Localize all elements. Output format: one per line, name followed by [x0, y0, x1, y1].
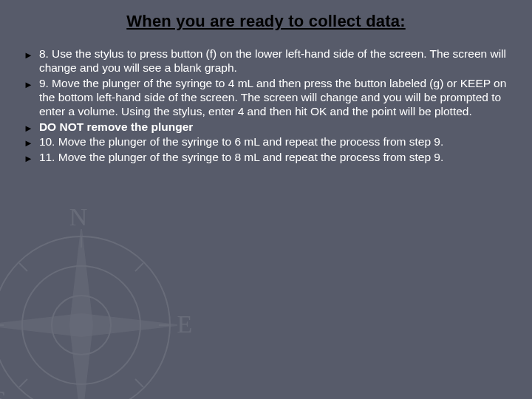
list-item: ► 8. Use the stylus to press button (f) … [24, 47, 511, 75]
bullet-text: 9. Move the plunger of the syringe to 4 … [39, 77, 511, 119]
bullet-text: 10. Move the plunger of the syringe to 6… [39, 135, 511, 149]
list-item: ► DO NOT remove the plunger [24, 120, 511, 134]
bullet-text: 8. Use the stylus to press button (f) on… [39, 47, 511, 75]
list-item: ► 10. Move the plunger of the syringe to… [24, 135, 511, 149]
bullet-text: 11. Move the plunger of the syringe to 8… [39, 151, 511, 165]
svg-marker-4 [0, 314, 177, 336]
list-item: ► 11. Move the plunger of the syringe to… [24, 151, 511, 165]
svg-text:N: N [69, 203, 88, 231]
svg-line-11 [19, 379, 27, 387]
svg-line-10 [135, 379, 143, 387]
svg-text:S: S [0, 386, 7, 399]
bullet-marker-icon: ► [24, 50, 33, 61]
svg-point-2 [52, 296, 111, 355]
bullet-text: DO NOT remove the plunger [39, 120, 511, 134]
svg-point-0 [0, 236, 170, 399]
bullet-marker-icon: ► [24, 79, 33, 91]
svg-line-12 [135, 263, 143, 271]
bullet-list: ► 8. Use the stylus to press button (f) … [21, 47, 511, 165]
bullet-marker-icon: ► [24, 153, 33, 165]
bullet-marker-icon: ► [24, 137, 33, 149]
bullet-marker-icon: ► [24, 123, 33, 134]
svg-line-9 [19, 263, 27, 271]
svg-point-1 [22, 266, 140, 384]
svg-marker-3 [70, 229, 92, 399]
slide-title: When you are ready to collect data: [21, 12, 511, 31]
slide: N E S When you are ready to collect data… [0, 0, 532, 399]
compass-deco-icon: N E S [0, 192, 244, 399]
svg-text:E: E [177, 310, 193, 338]
list-item: ► 9. Move the plunger of the syringe to … [24, 77, 511, 119]
